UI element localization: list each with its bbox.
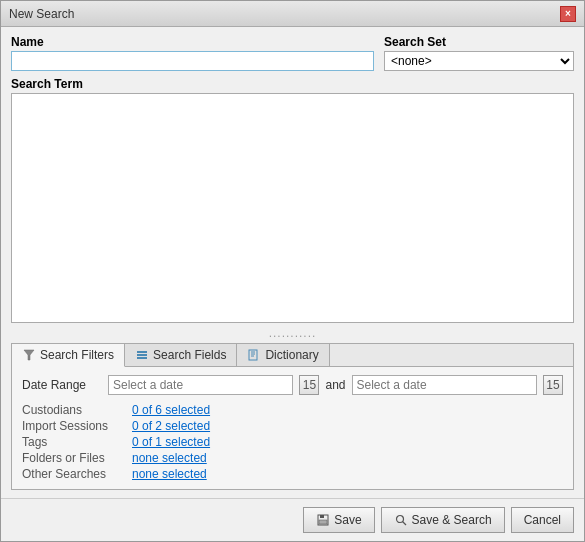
meta-val-tags[interactable]: 0 of 1 selected: [132, 435, 210, 449]
meta-key-custodians: Custodians: [22, 403, 132, 417]
search-term-section: Search Term: [11, 77, 574, 323]
save-search-label: Save & Search: [412, 513, 492, 527]
search-set-select[interactable]: <none>: [384, 51, 574, 71]
window-title: New Search: [9, 7, 74, 21]
tab-search-fields-label: Search Fields: [153, 348, 226, 362]
tab-search-filters[interactable]: Search Filters: [12, 344, 125, 367]
date-from-calendar-button[interactable]: 15: [299, 375, 319, 395]
date-to-input[interactable]: [352, 375, 537, 395]
name-searchset-row: Name Search Set <none>: [11, 35, 574, 71]
new-search-window: New Search × Name Search Set <none> Sear…: [0, 0, 585, 542]
tab-dictionary-label: Dictionary: [265, 348, 318, 362]
meta-val-other-searches[interactable]: none selected: [132, 467, 207, 481]
meta-key-other-searches: Other Searches: [22, 467, 132, 481]
meta-key-import-sessions: Import Sessions: [22, 419, 132, 433]
meta-key-tags: Tags: [22, 435, 132, 449]
meta-row-custodians: Custodians 0 of 6 selected: [22, 403, 563, 417]
name-label: Name: [11, 35, 374, 49]
meta-row-tags: Tags 0 of 1 selected: [22, 435, 563, 449]
svg-rect-3: [137, 357, 147, 359]
dict-icon: [247, 348, 261, 362]
meta-val-import-sessions[interactable]: 0 of 2 selected: [132, 419, 210, 433]
svg-rect-2: [137, 354, 147, 356]
save-label: Save: [334, 513, 361, 527]
cancel-label: Cancel: [524, 513, 561, 527]
meta-row-other-searches: Other Searches none selected: [22, 467, 563, 481]
and-label: and: [325, 378, 345, 392]
meta-val-folders[interactable]: none selected: [132, 451, 207, 465]
date-to-calendar-button[interactable]: 15: [543, 375, 563, 395]
filter-icon: [22, 348, 36, 362]
tab-dictionary[interactable]: Dictionary: [237, 344, 329, 366]
calendar-from-icon: 15: [303, 378, 316, 392]
bottom-panel: Search Filters Search Fields Dictionary: [11, 343, 574, 490]
meta-rows: Custodians 0 of 6 selected Import Sessio…: [22, 403, 563, 481]
svg-line-12: [402, 522, 406, 526]
date-range-label: Date Range: [22, 378, 102, 392]
fields-icon: [135, 348, 149, 362]
svg-marker-0: [24, 350, 34, 360]
calendar-to-icon: 15: [546, 378, 559, 392]
tab-search-fields[interactable]: Search Fields: [125, 344, 237, 366]
name-input[interactable]: [11, 51, 374, 71]
svg-rect-9: [320, 515, 324, 518]
search-term-label: Search Term: [11, 77, 574, 91]
search-set-field-group: Search Set <none>: [384, 35, 574, 71]
search-set-label: Search Set: [384, 35, 574, 49]
footer: Save Save & Search Cancel: [1, 498, 584, 541]
search-term-area[interactable]: [11, 93, 574, 323]
meta-row-import-sessions: Import Sessions 0 of 2 selected: [22, 419, 563, 433]
tab-bar: Search Filters Search Fields Dictionary: [12, 344, 573, 367]
resize-handle[interactable]: ...........: [11, 329, 574, 337]
save-icon: [316, 513, 330, 527]
tab-search-filters-label: Search Filters: [40, 348, 114, 362]
svg-rect-10: [319, 520, 327, 524]
main-content: Name Search Set <none> Search Term .....…: [1, 27, 584, 498]
tab-content-area: Date Range 15 and 15 Custodians 0 of: [12, 367, 573, 489]
meta-val-custodians[interactable]: 0 of 6 selected: [132, 403, 210, 417]
save-search-button[interactable]: Save & Search: [381, 507, 505, 533]
date-range-row: Date Range 15 and 15: [22, 375, 563, 395]
save-button[interactable]: Save: [303, 507, 374, 533]
cancel-button[interactable]: Cancel: [511, 507, 574, 533]
meta-key-folders: Folders or Files: [22, 451, 132, 465]
title-bar: New Search ×: [1, 1, 584, 27]
svg-rect-1: [137, 351, 147, 353]
svg-point-11: [396, 516, 403, 523]
date-from-input[interactable]: [108, 375, 293, 395]
close-button[interactable]: ×: [560, 6, 576, 22]
name-field-group: Name: [11, 35, 374, 71]
meta-row-folders: Folders or Files none selected: [22, 451, 563, 465]
save-search-icon: [394, 513, 408, 527]
